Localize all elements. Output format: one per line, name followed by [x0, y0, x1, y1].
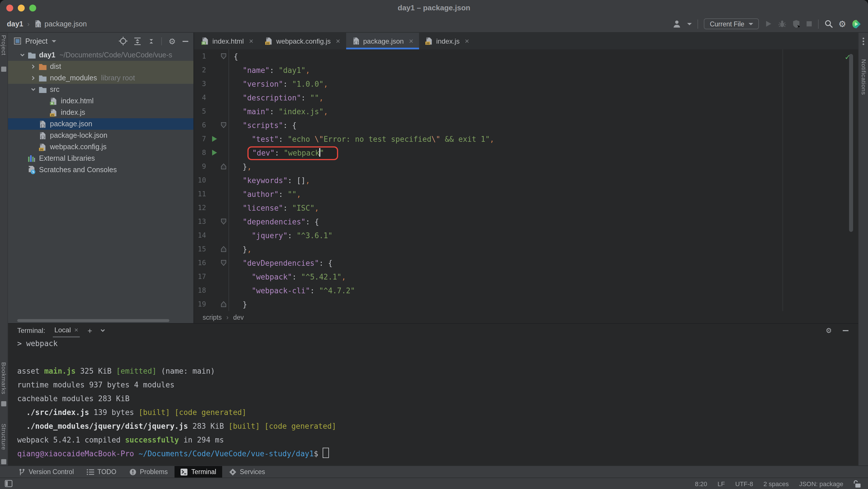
close-tab-icon[interactable]: ×: [465, 37, 469, 45]
status-2-spaces[interactable]: 2 spaces: [764, 480, 789, 487]
tree-item-package-lock-json[interactable]: {}package-lock.json: [8, 130, 193, 141]
editor-options-icon[interactable]: [862, 37, 868, 45]
tool-button-todo[interactable]: TODO: [81, 466, 122, 478]
bookmarks-stripe-icon[interactable]: [1, 401, 7, 407]
horizontal-scrollbar[interactable]: [17, 319, 169, 322]
tree-item-package-json[interactable]: {}package.json: [8, 118, 193, 130]
tree-item-src[interactable]: src: [8, 84, 193, 95]
chevron-right-icon[interactable]: [29, 64, 37, 69]
window-title: day1 – package.json: [398, 3, 470, 12]
status-lf[interactable]: LF: [718, 480, 725, 487]
project-settings-icon[interactable]: ⚙: [168, 36, 176, 45]
tree-item-index-js[interactable]: JSindex.js: [8, 107, 193, 118]
breadcrumb-item-package-json[interactable]: {}package.json: [34, 20, 87, 28]
new-terminal-button[interactable]: +: [88, 326, 92, 335]
tree-item-external-libraries[interactable]: External Libraries: [8, 153, 193, 164]
gutter: [206, 77, 229, 91]
terminal-output[interactable]: > webpackasset main.js 325 KiB [emitted]…: [8, 337, 858, 468]
tool-button-services[interactable]: Services: [223, 466, 271, 478]
settings-icon[interactable]: ⚙: [838, 19, 846, 29]
plugin-logo-icon[interactable]: [852, 19, 861, 28]
maximize-window-button[interactable]: [29, 5, 36, 11]
fold-open-icon[interactable]: [220, 122, 227, 129]
tree-item-index-html[interactable]: Hindex.html: [8, 95, 193, 107]
structure-stripe-icon[interactable]: [1, 459, 7, 465]
code-token: "echo: [288, 135, 315, 143]
tree-item-node-modules[interactable]: node_moduleslibrary root: [8, 72, 193, 84]
fold-open-icon[interactable]: [220, 259, 227, 266]
chevron-down-icon[interactable]: [19, 52, 26, 58]
terminal-token: qiang@xiaocaideMacBook-Pro: [17, 449, 134, 458]
terminal-settings-icon[interactable]: ⚙: [826, 326, 832, 334]
fold-close-icon[interactable]: [220, 163, 227, 170]
project-stripe-icon[interactable]: [1, 66, 7, 72]
chevron-down-icon[interactable]: [29, 87, 37, 92]
minimize-window-button[interactable]: [18, 5, 25, 11]
terminal-options-chevron-icon[interactable]: [100, 327, 105, 333]
chevron-down-icon[interactable]: [687, 22, 692, 26]
coverage-icon[interactable]: [792, 20, 800, 28]
navigation-bar: day1›{}package.json Current File⚙: [0, 15, 868, 32]
breadcrumb-item-day1[interactable]: day1: [7, 20, 23, 28]
search-icon[interactable]: [824, 20, 833, 28]
stop-icon[interactable]: [806, 21, 812, 27]
expand-all-icon[interactable]: [134, 37, 142, 45]
editor-tab-bar: Hindex.html×JSwebpack.config.js×{}packag…: [194, 33, 858, 50]
unlocked-icon[interactable]: [854, 480, 861, 488]
editor-breadcrumb-dev[interactable]: dev: [233, 314, 244, 321]
tool-stripe-project[interactable]: Project: [0, 35, 7, 55]
tree-item-dist[interactable]: dist: [8, 61, 193, 72]
project-panel-title[interactable]: Project: [25, 37, 48, 45]
tab-index-html[interactable]: Hindex.html×: [195, 33, 259, 50]
close-tab-icon[interactable]: ×: [336, 37, 340, 45]
tool-stripe-notifications[interactable]: Notifications: [859, 59, 867, 95]
editor-breadcrumb-scripts[interactable]: scripts: [203, 314, 222, 321]
code-token: [234, 107, 243, 116]
run-line-icon[interactable]: [211, 135, 218, 142]
tab-package-json[interactable]: {}package.json×: [346, 33, 419, 50]
locate-file-icon[interactable]: [119, 37, 128, 45]
code-text: "scripts": {: [229, 121, 297, 129]
hide-terminal-icon[interactable]: [842, 327, 849, 334]
tree-item-day1[interactable]: day1~/Documents/Code/VueCode/vue-s: [8, 50, 193, 61]
status-utf-8[interactable]: UTF-8: [735, 480, 753, 487]
inspections-ok-icon[interactable]: ✓: [844, 53, 851, 61]
run-icon[interactable]: [764, 20, 772, 28]
hide-panel-icon[interactable]: [182, 38, 189, 44]
status-8-20[interactable]: 8:20: [695, 480, 707, 487]
fold-close-icon[interactable]: [220, 301, 227, 307]
tool-button-version-control[interactable]: Version Control: [12, 466, 80, 478]
tool-button-terminal[interactable]: Terminal: [175, 466, 222, 478]
chevron-down-icon[interactable]: [52, 39, 56, 43]
code-editor[interactable]: ✓ 1{2 "name": "day1",3 "version": "1.0.0…: [194, 50, 858, 311]
tree-item-scratches-and-consoles[interactable]: Scratches and Consoles: [8, 164, 193, 175]
code-token: [234, 93, 243, 102]
fold-open-icon[interactable]: [220, 218, 227, 225]
fold-close-icon[interactable]: [220, 246, 227, 253]
close-tab-icon[interactable]: ×: [409, 37, 413, 45]
profile-icon[interactable]: [673, 19, 682, 28]
tool-stripe-structure[interactable]: Structure: [0, 424, 7, 450]
tool-stripe-bookmarks[interactable]: Bookmarks: [0, 362, 7, 394]
close-tab-icon[interactable]: ×: [249, 37, 253, 45]
run-configuration-selector[interactable]: Current File: [704, 19, 758, 29]
tab-webpack-config-js[interactable]: JSwebpack.config.js×: [259, 33, 346, 50]
editor-scrollbar[interactable]: [849, 54, 853, 232]
collapse-all-icon[interactable]: [148, 37, 155, 45]
close-window-button[interactable]: [6, 5, 13, 11]
status-json-package[interactable]: JSON: package: [799, 480, 843, 487]
debug-icon[interactable]: [778, 20, 786, 28]
layout-icon[interactable]: [5, 480, 12, 487]
tool-button-problems[interactable]: Problems: [123, 466, 174, 478]
chevron-right-icon[interactable]: [29, 75, 37, 81]
close-icon[interactable]: ×: [74, 326, 79, 334]
terminal-tab-local[interactable]: Local ×: [53, 323, 80, 337]
divider: [698, 19, 699, 28]
code-line: 3 "version": "1.0.0",: [194, 77, 858, 91]
run-line-icon[interactable]: [211, 149, 218, 156]
tree-item-webpack-config-js[interactable]: JSwebpack.config.js: [8, 141, 193, 153]
folder-orange-icon: [37, 63, 48, 70]
tab-index-js[interactable]: JSindex.js×: [419, 33, 475, 50]
fold-open-icon[interactable]: [220, 53, 227, 60]
code-token: ,: [247, 162, 252, 171]
